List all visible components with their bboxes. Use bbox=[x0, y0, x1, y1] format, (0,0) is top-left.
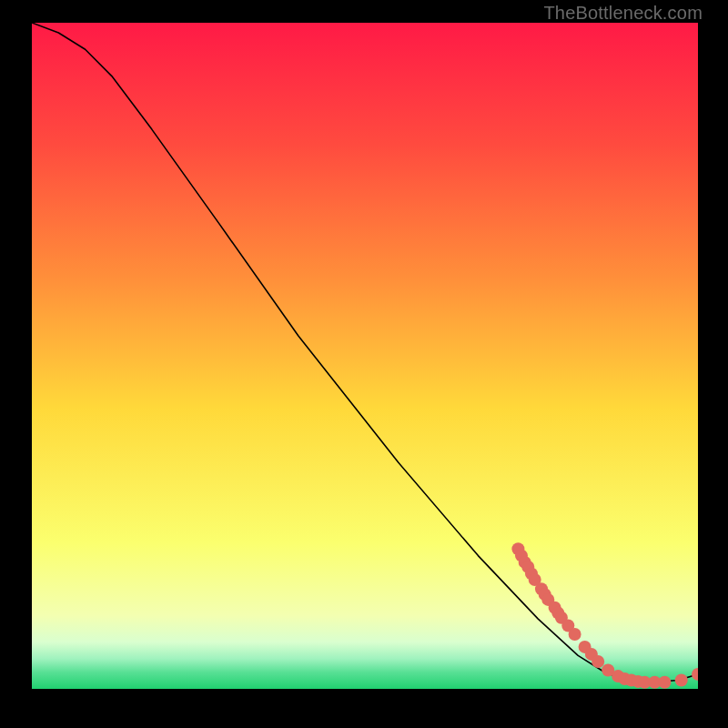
scatter-point bbox=[569, 628, 581, 641]
gradient-background bbox=[32, 23, 698, 689]
chart-container: TheBottleneck.com bbox=[0, 0, 728, 728]
scatter-point bbox=[675, 674, 688, 687]
scatter-point bbox=[658, 676, 671, 689]
chart-svg bbox=[32, 23, 698, 689]
branding-watermark: TheBottleneck.com bbox=[543, 3, 703, 24]
plot-area bbox=[32, 23, 698, 689]
scatter-point bbox=[592, 655, 604, 668]
